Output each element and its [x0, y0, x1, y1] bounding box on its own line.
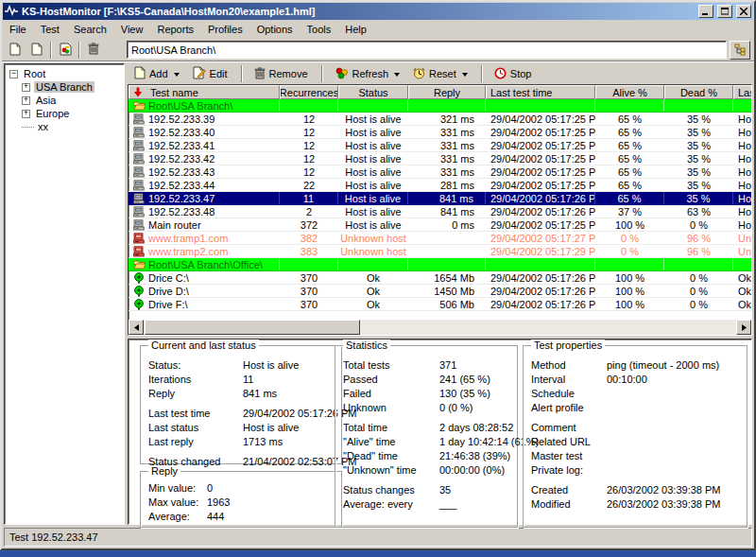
test-row[interactable]: 192.52.233.4711Host is alive841 ms29/04/…	[129, 192, 752, 205]
scrollbar-thumb[interactable]	[145, 320, 360, 335]
test-row[interactable]: 192.52.233.4422Host is alive281 ms29/04/…	[129, 179, 752, 192]
tree-item-usa-branch[interactable]: +USA Branch	[7, 80, 122, 94]
test-name-cell: www.tramp2.com	[129, 245, 280, 257]
add-button[interactable]: Add	[129, 63, 186, 84]
cell-last-status: Host is alive	[733, 192, 752, 204]
dropdown-arrow-icon[interactable]	[462, 73, 468, 79]
tree-item-asia[interactable]: +Asia	[7, 94, 122, 107]
test-name-cell: 192.52.233.42	[129, 152, 280, 165]
test-row[interactable]: Drive F:\370Ok506 Mb29/04/2002 05:17:26 …	[129, 298, 752, 311]
column-header-recurrences[interactable]: Recurrences	[280, 85, 338, 99]
column-header-test-name[interactable]: Test name	[129, 85, 280, 99]
test-row[interactable]: 192.52.233.4012Host is alive331 ms29/04/…	[129, 126, 752, 139]
cell-status: Host is alive	[338, 152, 408, 165]
address-bar	[127, 39, 754, 61]
scroll-right-button[interactable]	[736, 320, 751, 335]
test-row[interactable]: 192.52.233.4212Host is alive331 ms29/04/…	[129, 152, 752, 165]
column-header-label: Dead %	[680, 87, 717, 98]
quick-toolbar-button-2[interactable]	[26, 41, 47, 60]
test-row[interactable]: www.tramp2.com383Unknown host29/04/2002 …	[129, 245, 752, 258]
current-status-groupbox: Current and last status Status:Host is a…	[140, 345, 342, 464]
host-icon	[133, 206, 146, 218]
test-row[interactable]: www.tramp1.com382Unknown host29/04/2002 …	[129, 232, 752, 245]
address-input[interactable]	[127, 41, 727, 59]
column-header-label: Last status	[738, 87, 752, 98]
test-row[interactable]: 192.52.233.4112Host is alive331 ms29/04/…	[129, 139, 752, 152]
column-header-dead-[interactable]: Dead %	[664, 85, 733, 99]
detail-row: Iterations11	[148, 372, 337, 386]
cell-last-status: Unknown host	[733, 232, 752, 244]
test-row[interactable]: 192.52.233.4312Host is alive331 ms29/04/…	[129, 165, 752, 179]
test-name-cell: www.tramp1.com	[129, 232, 280, 244]
test-name-label: 192.52.233.39	[148, 113, 215, 125]
detail-row: Master test	[531, 448, 743, 462]
tree-item-xx[interactable]: xx	[7, 120, 122, 133]
cell-last-test-time: 29/04/2002 05:17:26 PM	[486, 298, 595, 310]
test-name-label: Root\USA Branch\	[148, 100, 232, 112]
test-row[interactable]: Drive D:\370Ok1450 Mb29/04/2002 05:17:26…	[129, 285, 752, 298]
cell-recurrences: 12	[280, 139, 338, 151]
column-header-last-test-time[interactable]: Last test time	[486, 85, 595, 99]
toolbar-separator	[78, 42, 80, 59]
test-row[interactable]: Drice C:\370Ok1654 Mb29/04/2002 05:17:26…	[129, 271, 752, 285]
stop-button[interactable]: Stop	[490, 64, 539, 84]
test-name-cell: 192.52.233.43	[129, 165, 280, 178]
menu-item-help[interactable]: Help	[338, 22, 374, 37]
test-row[interactable]: 192.52.233.3912Host is alive321 ms29/04/…	[129, 113, 752, 126]
edit-button[interactable]: Edit	[188, 63, 234, 84]
test-name-cell: 192.52.233.47	[129, 192, 280, 204]
trash-icon	[88, 43, 99, 57]
tree-item-root[interactable]: −Root	[7, 67, 122, 80]
minimize-button[interactable]	[698, 5, 713, 18]
scrollbar-track[interactable]	[360, 320, 736, 335]
test-name-label: Drive F:\	[148, 299, 188, 310]
menu-item-options[interactable]: Options	[250, 22, 301, 37]
column-header-status[interactable]: Status	[338, 85, 408, 99]
column-header-alive-[interactable]: Alive %	[595, 85, 664, 99]
quick-toolbar-button-3[interactable]	[55, 41, 76, 60]
expand-icon[interactable]: +	[22, 83, 30, 92]
detail-row: Status changes35	[343, 482, 513, 496]
detail-row: Unknown0 (0 %)	[343, 400, 513, 414]
reset-button[interactable]: Reset	[408, 64, 474, 84]
group-row[interactable]: Root\USA Branch\	[129, 99, 752, 113]
detail-row: Status:Host is alive	[148, 357, 337, 372]
collapse-icon[interactable]: −	[9, 70, 18, 78]
title-bar[interactable]: KS-HostMonitor [F:\KS5-Canada\HostMon20\…	[3, 3, 753, 20]
menu-bar: FileTestSearchViewReportsProfilesOptions…	[2, 21, 754, 39]
menu-item-reports[interactable]: Reports	[150, 22, 201, 37]
scroll-left-button[interactable]	[129, 320, 144, 335]
horizontal-scrollbar[interactable]	[129, 320, 751, 335]
cell-reply: 331 ms	[408, 139, 486, 151]
test-row[interactable]: Main router372Host is alive0 ms29/04/200…	[129, 218, 752, 232]
menu-item-test[interactable]: Test	[34, 22, 67, 37]
cell-last-test-time: 29/04/2002 05:17:27 PM	[486, 232, 595, 244]
menu-item-file[interactable]: File	[3, 22, 34, 37]
remove-button[interactable]: Remove	[249, 64, 315, 84]
column-header-reply[interactable]: Reply	[408, 85, 486, 99]
test-row[interactable]: 192.52.233.482Host is alive841 ms29/04/2…	[129, 205, 752, 218]
group-row[interactable]: Root\USA Branch\Office\	[129, 258, 752, 271]
dropdown-arrow-icon[interactable]	[174, 73, 180, 79]
cell-dead-: 35 %	[664, 179, 733, 191]
detail-label: Created	[531, 484, 607, 496]
tree-item-europe[interactable]: +Europe	[7, 107, 122, 120]
refresh-button[interactable]: Refresh	[330, 64, 407, 84]
expand-icon[interactable]: +	[22, 96, 30, 105]
expand-icon[interactable]: +	[22, 110, 30, 118]
close-button[interactable]	[736, 5, 751, 18]
quick-toolbar-button-1[interactable]	[5, 41, 26, 60]
menu-item-search[interactable]: Search	[67, 22, 114, 37]
menu-item-profiles[interactable]: Profiles	[201, 22, 250, 37]
dropdown-arrow-icon[interactable]	[394, 73, 400, 79]
folder-tree-button[interactable]	[730, 41, 750, 60]
quick-toolbar-button-4[interactable]	[83, 41, 104, 60]
host-bad-icon	[133, 233, 146, 244]
tree-item-label: Europe	[34, 108, 71, 119]
menu-item-tools[interactable]: Tools	[301, 22, 339, 37]
menu-item-view[interactable]: View	[114, 22, 151, 37]
detail-row: Modified26/03/2002 03:39:38 PM	[531, 496, 743, 511]
column-header-last-status[interactable]: Last status	[733, 85, 752, 99]
maximize-button[interactable]	[717, 5, 732, 18]
cell-reply: 331 ms	[408, 165, 486, 178]
